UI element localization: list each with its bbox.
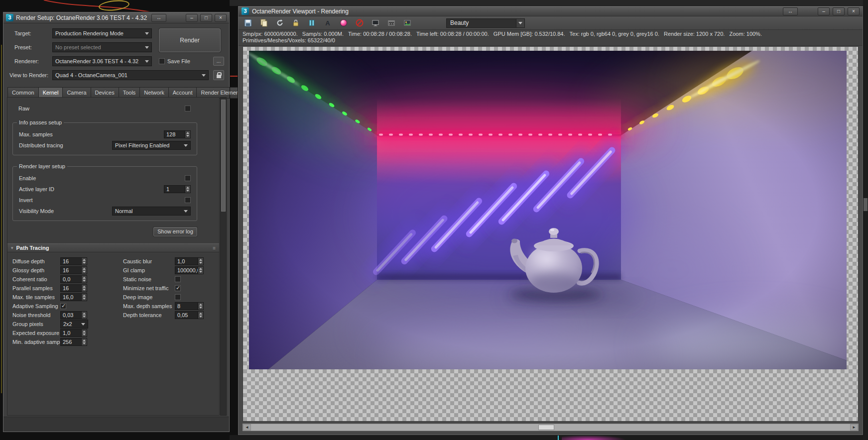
- value-spinner[interactable]: 128: [164, 130, 191, 138]
- param-spinner[interactable]: 100000,0: [175, 266, 204, 274]
- param-row: Adaptive Sampling: [12, 302, 100, 311]
- raw-checkbox[interactable]: [185, 106, 191, 111]
- panel-scrollbar-thumb[interactable]: [221, 100, 226, 212]
- render-setup-fields: Target: Production Rendering Mode Preset…: [3, 23, 229, 87]
- spinner-arrows[interactable]: [81, 285, 87, 292]
- view-to-render-row: View to Render: Quad 4 - OctaneCamera_00…: [8, 70, 224, 80]
- param-checkbox[interactable]: [60, 303, 66, 309]
- scroll-right-button[interactable]: ►: [850, 424, 858, 431]
- value-checkbox[interactable]: [185, 175, 191, 181]
- spinner-arrows[interactable]: [198, 258, 203, 265]
- viewport-title: OctaneRender Viewport - Rendering: [252, 8, 780, 15]
- browse-button[interactable]: ...: [213, 57, 224, 66]
- param-spinner[interactable]: 1,0: [60, 329, 87, 337]
- maximize-button[interactable]: □: [200, 14, 212, 22]
- restart-render-icon[interactable]: [275, 18, 285, 28]
- stop-render-icon[interactable]: [355, 18, 365, 28]
- spinner-value: 256: [61, 338, 81, 345]
- scrollbar-thumb[interactable]: [538, 425, 554, 430]
- path-tracing-rollout-header[interactable]: ▾ Path Tracing ≡: [7, 243, 219, 252]
- horizontal-scrollbar[interactable]: ◄ ►: [243, 424, 859, 431]
- param-spinner[interactable]: 16: [60, 284, 87, 292]
- view-to-render-dropdown[interactable]: Quad 4 - OctaneCamera_001: [52, 70, 209, 80]
- param-spinner[interactable]: 8: [175, 302, 204, 310]
- value-spinner[interactable]: 1: [164, 185, 191, 193]
- spinner-arrows[interactable]: [198, 303, 203, 310]
- minimize-button[interactable]: –: [818, 7, 830, 15]
- param-spinner[interactable]: 0,05: [175, 311, 204, 319]
- param-spinner[interactable]: 0,0: [60, 275, 87, 283]
- param-label: Adaptive Sampling: [12, 303, 60, 309]
- renderer-dropdown[interactable]: OctaneRender 3.06 TEST 4 - 4.32: [52, 56, 152, 66]
- octane-viewport-window: 3 OctaneRender Viewport - Rendering ↔ – …: [238, 6, 863, 435]
- spinner-arrows[interactable]: [81, 294, 87, 301]
- lock-view-button[interactable]: [213, 70, 224, 80]
- background-cyan-line: [558, 435, 559, 440]
- lock-icon[interactable]: [291, 18, 301, 28]
- spinner-value: 8: [175, 303, 198, 310]
- show-error-log-button[interactable]: Show error log: [153, 227, 197, 236]
- param-row: Noise threshold 0,03: [12, 311, 100, 320]
- render-setup-titlebar[interactable]: 3 Render Setup: OctaneRender 3.06 TEST 4…: [3, 12, 229, 23]
- param-checkbox[interactable]: [175, 285, 181, 291]
- param-checkbox[interactable]: [175, 276, 181, 282]
- preset-dropdown[interactable]: No preset selected: [52, 42, 152, 52]
- param-dropdown[interactable]: 2x2: [60, 320, 88, 329]
- picture-icon[interactable]: [402, 18, 412, 28]
- spinner-arrows[interactable]: [81, 276, 87, 283]
- maximize-button[interactable]: □: [833, 7, 845, 15]
- kernel-panel: Raw Info passes setup Max. samples 128: [7, 97, 220, 416]
- close-button[interactable]: ×: [215, 14, 227, 22]
- lock-icon: [217, 75, 221, 78]
- dock-toggle-button[interactable]: ↔: [783, 7, 798, 15]
- spinner-arrows[interactable]: [185, 131, 190, 138]
- panel-scrollbar[interactable]: [220, 97, 227, 416]
- param-row: Max. tile samples 16,0: [12, 293, 100, 302]
- param-spinner[interactable]: 1,0: [175, 257, 204, 265]
- spinner-arrows[interactable]: [81, 267, 87, 274]
- render-pass-dropdown[interactable]: Beauty: [446, 18, 525, 28]
- spinner-arrows[interactable]: [198, 267, 203, 274]
- param-spinner[interactable]: 0,03: [60, 311, 87, 319]
- value-checkbox[interactable]: [185, 197, 191, 203]
- spinner-arrows[interactable]: [81, 330, 87, 336]
- scroll-left-button[interactable]: ◄: [243, 424, 251, 431]
- monitor-icon[interactable]: [371, 18, 380, 28]
- spinner-arrows[interactable]: [198, 312, 203, 319]
- copy-icon[interactable]: [259, 18, 269, 28]
- target-dropdown[interactable]: Production Rendering Mode: [52, 28, 152, 38]
- param-spinner[interactable]: 256: [60, 338, 87, 346]
- render-viewport-area[interactable]: [243, 46, 859, 422]
- pause-icon[interactable]: [307, 18, 317, 28]
- info-passes-group: Info passes setup Max. samples 128 Distr…: [12, 122, 197, 155]
- setting-row: Active layer ID 1: [19, 184, 191, 195]
- param-label: GI clamp: [123, 267, 175, 273]
- spinner-value: 16: [61, 285, 81, 292]
- save-file-checkbox[interactable]: [159, 58, 165, 64]
- viewport-titlebar[interactable]: 3 OctaneRender Viewport - Rendering ↔ – …: [239, 6, 863, 16]
- scrollbar-track[interactable]: [251, 424, 850, 431]
- save-icon[interactable]: [243, 18, 253, 28]
- rendered-image: [249, 51, 847, 369]
- spinner-arrows[interactable]: [81, 312, 87, 319]
- minimize-button[interactable]: –: [186, 14, 198, 22]
- letter-a-icon[interactable]: A: [323, 18, 333, 28]
- film-icon[interactable]: [386, 18, 396, 28]
- param-spinner[interactable]: 16: [60, 266, 87, 274]
- param-row: Group pixels 2x2: [12, 320, 100, 329]
- param-checkbox[interactable]: [175, 294, 181, 300]
- param-label: Diffuse depth: [12, 258, 60, 264]
- value-dropdown[interactable]: Normal: [112, 207, 191, 216]
- spinner-arrows[interactable]: [81, 258, 87, 265]
- render-button[interactable]: Render: [159, 28, 221, 52]
- background-scrollbar-thumb[interactable]: [864, 198, 868, 211]
- close-button[interactable]: ×: [848, 7, 860, 15]
- param-spinner[interactable]: 16: [60, 257, 87, 265]
- dock-toggle-button[interactable]: ↔: [151, 14, 166, 22]
- color-picker-icon[interactable]: [339, 18, 349, 28]
- value-dropdown[interactable]: Pixel Filtering Enabled: [112, 141, 191, 150]
- spinner-arrows[interactable]: [81, 338, 87, 345]
- spinner-arrows[interactable]: [185, 186, 190, 193]
- render-setup-footer: [3, 417, 229, 432]
- param-spinner[interactable]: 16,0: [60, 293, 87, 301]
